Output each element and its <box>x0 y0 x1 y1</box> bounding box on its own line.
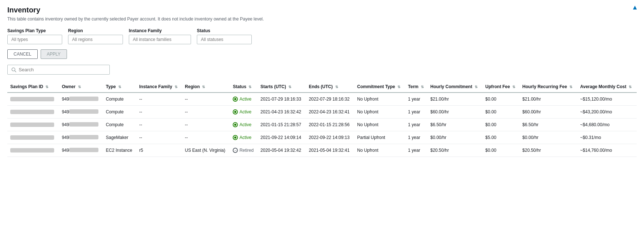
filter-status-input[interactable] <box>197 35 252 44</box>
col-type[interactable]: Type ⇅ <box>103 81 136 93</box>
sort-instance-family-icon: ⇅ <box>175 85 177 89</box>
sort-hourly-commitment-icon: ⇅ <box>475 85 478 89</box>
status-active-icon <box>233 122 238 127</box>
cell-status: Active <box>230 93 257 106</box>
cell-term: 1 year <box>405 106 427 118</box>
cell-plan-id <box>7 106 59 118</box>
filter-region-input[interactable] <box>68 35 123 44</box>
sort-owner-icon: ⇅ <box>78 85 81 89</box>
cell-owner: 949 <box>59 131 103 144</box>
cell-status: Active <box>230 106 257 118</box>
cell-ends: 2021-05-04 19:32:41 <box>306 144 354 157</box>
cancel-button[interactable]: CANCEL <box>7 49 38 59</box>
cell-type: EC2 Instance <box>103 144 136 157</box>
status-active: Active <box>233 97 254 102</box>
cell-avg-monthly-cost: ~$4,680.00/mo <box>577 118 637 131</box>
cell-plan-id <box>7 144 59 157</box>
filter-savings-plan-type: Savings Plan Type <box>7 28 62 44</box>
cell-upfront-fee: $5.00 <box>482 131 519 144</box>
cell-region: -- <box>182 93 230 106</box>
filter-status: Status <box>197 28 252 44</box>
search-bar[interactable] <box>7 65 110 75</box>
page-title: Inventory <box>7 6 637 14</box>
cell-plan-id <box>7 131 59 144</box>
col-instance-family[interactable]: Instance Family ⇅ <box>136 81 182 93</box>
filter-instance-family-label: Instance Family <box>129 28 191 33</box>
button-row: CANCEL APPLY <box>7 49 637 59</box>
search-input[interactable] <box>19 67 106 72</box>
col-ends[interactable]: Ends (UTC) ⇅ <box>306 81 354 93</box>
cell-upfront-fee: $0.00 <box>482 93 519 106</box>
apply-button[interactable]: APPLY <box>41 49 67 59</box>
cell-hourly-recurring-fee: $60.00/hr <box>520 106 577 118</box>
status-active-icon <box>233 135 238 140</box>
col-hourly-recurring-fee[interactable]: Hourly Recurring Fee ⇅ <box>520 81 577 93</box>
sort-region-icon: ⇅ <box>202 85 205 89</box>
col-upfront-fee[interactable]: Upfront Fee ⇅ <box>482 81 519 93</box>
page-subtitle: This table contains inventory owned by t… <box>7 16 637 22</box>
cell-term: 1 year <box>405 118 427 131</box>
col-starts[interactable]: Starts (UTC) ⇅ <box>258 81 306 93</box>
cell-plan-id <box>7 118 59 131</box>
col-plan-id[interactable]: Savings Plan ID ⇅ <box>7 81 59 93</box>
sort-plan-id-icon: ⇅ <box>45 85 48 89</box>
status-active-icon <box>233 97 238 102</box>
col-term[interactable]: Term ⇅ <box>405 81 427 93</box>
col-owner[interactable]: Owner ⇅ <box>59 81 103 93</box>
col-avg-monthly-cost[interactable]: Average Monthly Cost ⇅ <box>577 81 637 93</box>
cell-owner: 949 <box>59 106 103 118</box>
cell-commitment-type: No Upfront <box>354 93 405 106</box>
cell-status: Retired <box>230 144 257 157</box>
cell-instance-family: -- <box>136 106 182 118</box>
cell-owner: 949 <box>59 93 103 106</box>
cell-ends: 2022-01-15 21:28:56 <box>306 118 354 131</box>
status-retired: Retired <box>233 148 254 153</box>
sort-type-icon: ⇅ <box>118 85 121 89</box>
inventory-table: Savings Plan ID ⇅ Owner ⇅ Type ⇅ Instanc… <box>7 81 637 157</box>
cell-upfront-fee: $0.00 <box>482 144 519 157</box>
cell-commitment-type: No Upfront <box>354 106 405 118</box>
cell-starts: 2021-01-15 21:28:57 <box>258 118 306 131</box>
cell-region: -- <box>182 106 230 118</box>
cell-ends: 2022-09-22 14:09:13 <box>306 131 354 144</box>
cell-starts: 2021-07-29 18:16:33 <box>258 93 306 106</box>
filters-row: Savings Plan Type Region Instance Family… <box>7 28 637 44</box>
table-row: 949 Compute---- Active2021-04-23 16:32:4… <box>7 106 637 118</box>
cell-type: Compute <box>103 118 136 131</box>
cell-term: 1 year <box>405 144 427 157</box>
cell-region: US East (N. Virginia) <box>182 144 230 157</box>
cell-instance-family: -- <box>136 131 182 144</box>
col-commitment-type[interactable]: Commitment Type ⇅ <box>354 81 405 93</box>
filter-savings-plan-type-input[interactable] <box>7 35 62 44</box>
cell-region: -- <box>182 118 230 131</box>
status-active-icon <box>233 109 238 114</box>
filter-instance-family-input[interactable] <box>129 35 191 44</box>
status-active: Active <box>233 122 254 127</box>
col-hourly-commitment[interactable]: Hourly Commitment ⇅ <box>427 81 482 93</box>
cell-type: Compute <box>103 93 136 106</box>
cell-ends: 2022-04-23 16:32:41 <box>306 106 354 118</box>
col-status[interactable]: Status ⇅ <box>230 81 257 93</box>
cell-instance-family: r5 <box>136 144 182 157</box>
cell-hourly-commitment: $0.00/hr <box>427 131 482 144</box>
col-region[interactable]: Region ⇅ <box>182 81 230 93</box>
cell-hourly-recurring-fee: $6.50/hr <box>520 118 577 131</box>
cell-term: 1 year <box>405 93 427 106</box>
sort-hourly-recurring-fee-icon: ⇅ <box>569 85 572 89</box>
status-active: Active <box>233 109 254 114</box>
cell-type: Compute <box>103 106 136 118</box>
cell-ends: 2022-07-29 18:16:32 <box>306 93 354 106</box>
cell-owner: 949 <box>59 144 103 157</box>
cell-commitment-type: No Upfront <box>354 118 405 131</box>
search-icon <box>11 67 16 72</box>
table-header-row: Savings Plan ID ⇅ Owner ⇅ Type ⇅ Instanc… <box>7 81 637 93</box>
cell-starts: 2021-04-23 16:32:42 <box>258 106 306 118</box>
sort-starts-icon: ⇅ <box>288 85 291 89</box>
filter-status-label: Status <box>197 28 252 33</box>
cell-avg-monthly-cost: ~$14,760.00/mo <box>577 144 637 157</box>
cell-commitment-type: No Upfront <box>354 144 405 157</box>
sort-avg-monthly-cost-icon: ⇅ <box>629 85 632 89</box>
cell-hourly-recurring-fee: $21.00/hr <box>520 93 577 106</box>
corner-icon[interactable]: ▲ <box>632 4 638 11</box>
cell-plan-id <box>7 93 59 106</box>
